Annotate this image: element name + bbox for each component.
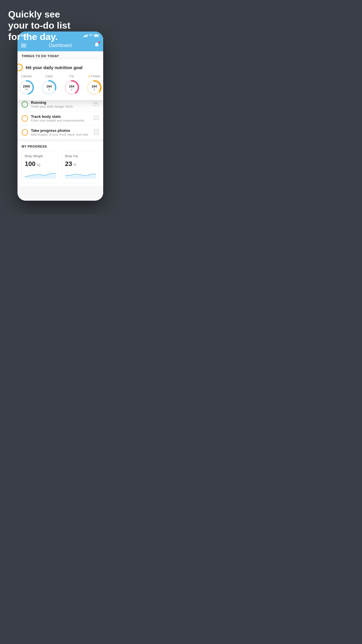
body-stats-title: Track body stats [31,114,90,119]
nutrition-fat: Fat 164 g [63,75,80,96]
fat-label: Fat [70,75,74,78]
photos-title: Take progress photos [31,128,91,133]
carbs-donut: 164 g [41,79,57,96]
wifi-icon [89,34,93,37]
section-header: THINGS TO DO TODAY [17,51,103,60]
svg-rect-1 [85,35,85,37]
calories-label: Calories [21,75,32,78]
progress-header: MY PROGRESS [22,145,99,148]
nav-title: Dashboard [49,43,72,48]
nutrition-card-title: Hit your daily nutrition goal [26,65,82,70]
running-icon [93,102,99,107]
body-weight-chart [25,170,56,179]
body-weight-card[interactable]: Body Weight 100 kg [22,151,59,183]
progress-cards: Body Weight 100 kg Body Fat 23 % [22,151,99,183]
fat-unit: g [69,88,74,90]
signal-icon [83,34,87,37]
todo-list: Running Track your stats (target: 5km) T… [17,97,103,139]
nutrition-carbs: Carbs 164 g [41,75,57,96]
body-fat-value: 23 % [65,160,96,168]
nutrition-card: Hit your daily nutrition goal Calories 2… [17,60,103,100]
svg-rect-3 [87,34,87,37]
svg-rect-2 [86,35,87,37]
nutrition-protein: ★ Protein 164 g [86,75,103,96]
phone-content: THINGS TO DO TODAY Hit your daily nutrit… [17,51,103,201]
running-subtitle: Track your stats (target: 5km) [31,105,90,108]
calories-donut: 2000 cal [18,79,35,96]
body-fat-title: Body Fat [65,154,96,158]
fat-donut: 164 g [63,79,80,96]
calories-unit: cal [23,88,30,90]
body-fat-chart [65,170,96,179]
carbs-unit: g [46,88,52,90]
protein-label: ★ Protein [88,75,101,78]
protein-donut: 164 g [86,79,103,96]
todo-item-photos[interactable]: Take progress photos Add images of your … [17,125,103,139]
body-fat-unit: % [73,163,76,167]
portrait-icon [94,129,99,136]
running-circle [22,101,28,108]
svg-point-18 [96,130,97,132]
nutrition-calories: Calories 2000 cal [18,75,35,96]
menu-icon[interactable] [21,44,26,47]
battery-icon [94,34,100,37]
body-fat-card[interactable]: Body Fat 23 % [62,151,99,183]
notification-dot [99,41,100,43]
svg-rect-0 [83,36,84,37]
bell-icon[interactable] [94,42,100,49]
body-fat-number: 23 [65,160,72,168]
status-icons [83,34,100,37]
nutrition-check-circle[interactable] [17,64,23,71]
body-stats-text: Track body stats Enter your weight and m… [31,114,90,122]
photos-circle [22,129,28,136]
svg-point-16 [96,117,96,118]
running-text: Running Track your stats (target: 5km) [31,100,90,108]
phone-frame: 9:41 [17,32,103,201]
nutrition-circles: Calories 2000 cal Carbs [17,75,103,96]
scale-icon [93,115,99,122]
carbs-label: Carbs [45,75,53,78]
body-weight-number: 100 [25,160,36,168]
body-stats-circle [22,115,28,122]
svg-rect-5 [94,35,98,36]
running-title: Running [31,100,90,105]
headline: Quickly see your to-do list for the day. [8,9,70,42]
photos-subtitle: Add images of your front, back, and side [31,133,91,136]
body-weight-title: Body Weight [25,154,56,158]
body-weight-unit: kg [37,163,41,167]
body-weight-value: 100 kg [25,160,56,168]
star-icon: ★ [88,75,91,78]
progress-section: MY PROGRESS Body Weight 100 kg B [17,142,103,186]
body-stats-subtitle: Enter your weight and measurements [31,119,90,122]
protein-unit: g [92,88,97,90]
todo-item-body-stats[interactable]: Track body stats Enter your weight and m… [17,111,103,125]
photos-text: Take progress photos Add images of your … [31,128,91,136]
